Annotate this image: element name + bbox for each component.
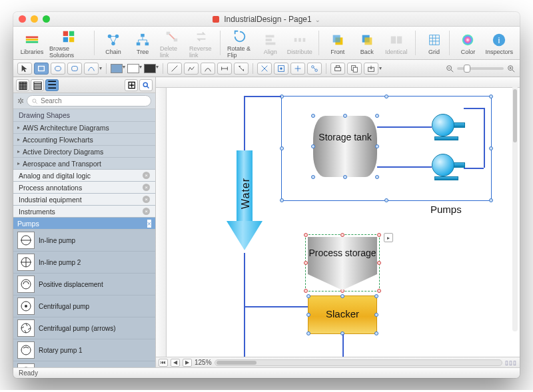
arc-tool[interactable]	[201, 63, 215, 75]
svg-point-64	[21, 323, 31, 333]
category-plain-item[interactable]: Process annotations×	[13, 182, 155, 194]
identical-button[interactable]: Identical	[382, 30, 411, 56]
color-button[interactable]: Color	[453, 30, 482, 56]
svg-rect-4	[69, 31, 74, 36]
svg-rect-26	[390, 37, 395, 44]
close-window-button[interactable]	[19, 15, 26, 23]
back-button[interactable]: Back	[352, 30, 382, 56]
tree-button[interactable]: Tree	[128, 30, 157, 56]
category-plain-item[interactable]: Instruments×	[13, 206, 155, 218]
svg-text:i: i	[498, 35, 500, 45]
snap2-tool[interactable]	[274, 63, 288, 75]
close-icon[interactable]: ×	[143, 196, 150, 203]
delete-link-button[interactable]: Delete link	[157, 27, 187, 59]
shape-item[interactable]: In-line pump 2	[13, 252, 155, 274]
hscroll-track[interactable]	[215, 359, 502, 366]
lib-search-button[interactable]	[139, 79, 153, 91]
view-small-icons[interactable]: ▤	[31, 79, 44, 91]
water-arrow-shape[interactable]: Water	[227, 150, 263, 253]
svg-rect-41	[336, 65, 339, 67]
play-icon[interactable]: ▸	[384, 233, 393, 242]
category-tree-item[interactable]: ▸Accounting Flowcharts	[13, 134, 155, 146]
fill-swatch[interactable]: ▾	[111, 64, 125, 73]
view-large-icons[interactable]: ▦	[16, 79, 29, 91]
sidebar: ▦ ▤ ☰ ⊞ ✲ Drawing Shapes ▸AWS Architectu…	[13, 77, 156, 367]
category-tree-item[interactable]: ▸AWS Architecture Diagrams	[13, 122, 155, 134]
close-icon[interactable]: ×	[143, 208, 150, 215]
zoom-window-button[interactable]	[43, 15, 50, 23]
dim2-tool[interactable]	[234, 63, 249, 75]
front-button[interactable]: Front	[323, 30, 352, 56]
close-icon[interactable]: ×	[147, 220, 151, 228]
zoom-out-icon[interactable]	[445, 64, 454, 73]
pump-shape-bottom[interactable]	[432, 152, 464, 178]
zoom-in-icon[interactable]	[506, 64, 516, 73]
view-list[interactable]: ☰	[45, 79, 59, 91]
category-plain-item[interactable]: Industrial equipment×	[13, 194, 155, 206]
svg-point-36	[280, 67, 282, 70]
print-tool[interactable]	[330, 63, 345, 75]
storage-tank-shape[interactable]: Storage tank	[313, 116, 377, 177]
line-tool[interactable]	[167, 63, 182, 75]
page-first-button[interactable]: ⏮	[159, 359, 168, 367]
rect-tool[interactable]	[34, 63, 49, 75]
close-icon[interactable]: ×	[143, 172, 150, 179]
close-icon[interactable]: ×	[143, 184, 150, 191]
storage-tank-label: Storage tank	[313, 132, 377, 142]
svg-line-53	[147, 86, 149, 88]
align-button[interactable]: Align	[256, 30, 285, 56]
shape-item[interactable]: Centrifugal pump	[13, 295, 155, 317]
snap4-tool[interactable]	[307, 63, 322, 75]
shape-item[interactable]: In-line pump	[13, 230, 155, 252]
shape-item[interactable]: Centrifugal pump (arrows)	[13, 317, 155, 339]
pump-shape-top[interactable]	[432, 112, 464, 138]
export-tool[interactable]	[364, 63, 378, 75]
tree-icon	[135, 33, 150, 47]
gear-icon[interactable]: ✲	[17, 97, 24, 106]
snap1-tool[interactable]	[257, 63, 272, 75]
shape-item[interactable]: Positive displacement	[13, 274, 155, 295]
identical-icon	[389, 33, 404, 47]
page-indicators[interactable]: ▯▯▯	[505, 359, 517, 366]
libraries-button[interactable]: Libraries	[17, 30, 47, 56]
pointer-tool[interactable]	[17, 63, 32, 75]
chevron-down-icon[interactable]: ⌄	[315, 17, 320, 23]
ellipse-tool[interactable]	[51, 63, 65, 75]
pump-shape-icon	[17, 341, 35, 359]
line-swatch[interactable]: ▾	[144, 64, 159, 73]
slacker-shape[interactable]: Slacker	[308, 295, 377, 334]
svg-rect-33	[72, 66, 78, 71]
category-tree-item[interactable]: ▸Active Directory Diagrams	[13, 146, 155, 158]
window-vscrollbar[interactable]	[512, 85, 518, 331]
category-plain-item[interactable]: Analog and digital logic×	[13, 170, 155, 182]
canvas[interactable]: Storage tank Pumps	[167, 88, 520, 357]
zoom-value[interactable]: 125%	[195, 359, 212, 366]
search-box[interactable]	[27, 95, 151, 106]
poly-tool[interactable]	[184, 63, 199, 75]
zoom-slider[interactable]	[457, 67, 504, 70]
page-next-button[interactable]: ▶	[183, 359, 192, 367]
snap3-tool[interactable]	[290, 63, 305, 75]
category-tree-item[interactable]: ▸Aerospace and Transport	[13, 158, 155, 170]
rotate-flip-button[interactable]: Rotate & Flip	[225, 27, 256, 59]
reverse-link-button[interactable]: Reverse link	[187, 27, 216, 59]
rounded-tool[interactable]	[67, 63, 82, 75]
chain-button[interactable]: Chain	[99, 30, 128, 56]
minimize-window-button[interactable]	[31, 15, 38, 23]
inspectors-button[interactable]: iInspectors	[482, 30, 516, 56]
page-prev-button[interactable]: ◀	[171, 359, 180, 367]
dim1-tool[interactable]	[217, 63, 232, 75]
search-input[interactable]	[41, 97, 147, 104]
connector-tool[interactable]	[84, 63, 99, 75]
copy-tool[interactable]	[347, 63, 362, 75]
category-selected[interactable]: Pumps ×	[13, 218, 155, 230]
grid-button[interactable]: Grid	[420, 30, 449, 56]
shape-item[interactable]: Rotary pump 1	[13, 339, 155, 361]
browse-solutions-button[interactable]: Browse Solutions	[47, 27, 90, 59]
distribute-button[interactable]: Distribute	[285, 30, 314, 56]
shape-item[interactable]: Rotary pump 2	[13, 361, 155, 367]
view-grid-toggle[interactable]: ⊞	[125, 79, 138, 91]
pump-shape-icon	[17, 297, 35, 315]
stroke-swatch[interactable]: ▾	[127, 64, 142, 73]
svg-line-34	[172, 65, 178, 71]
